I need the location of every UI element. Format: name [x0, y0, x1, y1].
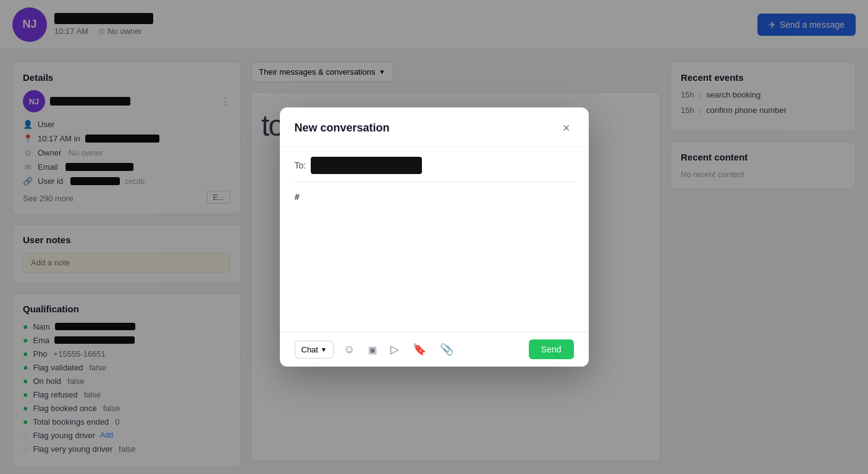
chat-chevron-icon: ▼ [321, 346, 327, 353]
chat-button[interactable]: Chat ▼ [295, 341, 334, 359]
emoji-icon: ☺ [343, 343, 355, 356]
attach-button[interactable]: 📎 [436, 340, 457, 359]
send-button[interactable]: Send [529, 339, 574, 359]
modal-title: New conversation [295, 122, 390, 135]
media-icon: ▷ [390, 343, 399, 356]
attach-icon: 📎 [440, 343, 453, 356]
to-label: To: [295, 160, 306, 170]
bookmark-button[interactable]: 🔖 [409, 340, 430, 359]
modal-body: To: # [280, 147, 589, 331]
modal-close-button[interactable]: × [559, 120, 574, 136]
to-value-redacted [311, 157, 422, 174]
to-field: To: [295, 157, 574, 182]
message-input[interactable]: # [295, 189, 574, 322]
media-button[interactable]: ▷ [387, 340, 403, 359]
bookmark-icon: 🔖 [413, 343, 426, 356]
video-button[interactable]: ▣ [364, 341, 381, 359]
modal-footer: Chat ▼ ☺ ▣ ▷ 🔖 📎 Send [280, 331, 589, 367]
emoji-button[interactable]: ☺ [340, 341, 358, 359]
new-conversation-modal: New conversation × To: # Chat ▼ ☺ ▣ ▷ [280, 107, 589, 367]
video-icon: ▣ [368, 344, 377, 355]
modal-overlay: New conversation × To: # Chat ▼ ☺ ▣ ▷ [0, 0, 868, 474]
modal-header: New conversation × [280, 107, 589, 147]
